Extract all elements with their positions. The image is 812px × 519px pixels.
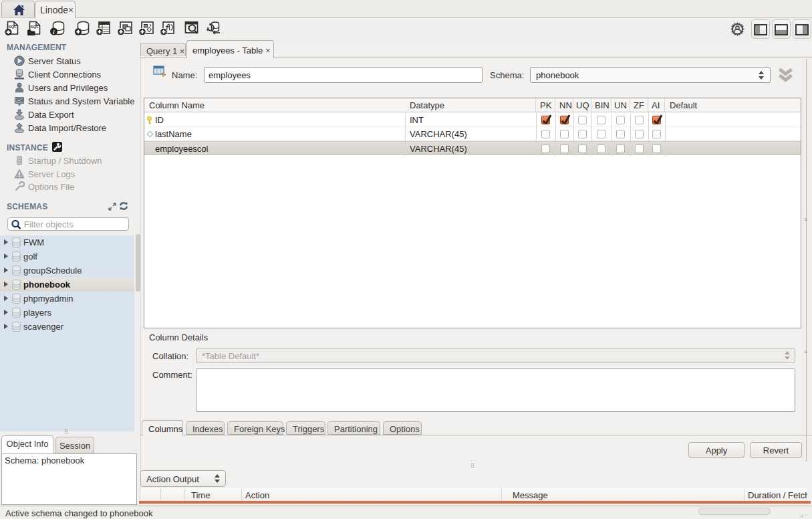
svg-text:SQL: SQL xyxy=(9,25,17,29)
svg-text:SQL: SQL xyxy=(31,25,39,29)
